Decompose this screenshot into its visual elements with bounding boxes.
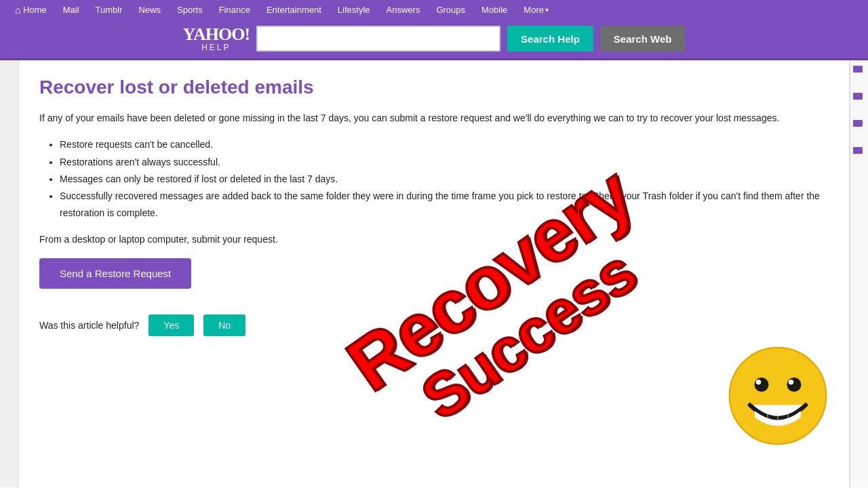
sidebar-link-4: [853, 147, 863, 154]
nav-item-tumblr[interactable]: Tumblr: [87, 2, 131, 18]
right-sidebar: [849, 60, 868, 487]
nav-item-groups[interactable]: Groups: [428, 2, 473, 18]
svg-point-2: [787, 378, 802, 392]
helpful-label: Was this article helpful?: [39, 320, 139, 331]
list-item: Restore requests can't be cancelled.: [60, 136, 829, 153]
site-header: YAHOO! HELP Search Help Search Web: [0, 19, 868, 60]
yahoo-logo: YAHOO! HELP: [183, 26, 250, 52]
nav-item-lifestyle[interactable]: Lifestyle: [330, 2, 378, 18]
restore-request-button[interactable]: Send a Restore Request: [39, 258, 191, 289]
left-bar: [0, 60, 19, 487]
svg-point-4: [789, 380, 794, 385]
intro-paragraph: If any of your emails have been deleted …: [39, 110, 829, 125]
page-title: Recover lost or deleted emails: [39, 77, 829, 98]
smiley-face: [727, 345, 829, 447]
from-desktop-text: From a desktop or laptop computer, submi…: [39, 234, 829, 245]
list-item: Messages can only be restored if lost or…: [60, 171, 829, 188]
nav-bar: Home Mail Tumblr News Sports Finance Ent…: [0, 0, 868, 19]
yes-button[interactable]: Yes: [149, 314, 194, 336]
svg-point-0: [730, 348, 827, 445]
bullet-list: Restore requests can't be cancelled. Res…: [39, 136, 829, 222]
nav-item-home[interactable]: Home: [7, 1, 55, 18]
list-item: Restorations aren't always successful.: [60, 154, 829, 171]
search-web-button[interactable]: Search Web: [600, 26, 686, 52]
no-button[interactable]: No: [203, 314, 245, 336]
nav-item-answers[interactable]: Answers: [378, 2, 429, 18]
sidebar-link-3: [853, 120, 863, 127]
main-wrapper: Recover lost or deleted emails If any of…: [0, 60, 868, 487]
nav-item-mail[interactable]: Mail: [55, 2, 87, 18]
list-item: Successfully recovered messages are adde…: [60, 188, 829, 222]
svg-point-1: [755, 378, 769, 392]
search-input[interactable]: [256, 26, 500, 52]
search-help-button[interactable]: Search Help: [507, 26, 593, 52]
nav-item-finance[interactable]: Finance: [211, 2, 258, 18]
nav-item-news[interactable]: News: [131, 2, 170, 18]
svg-point-3: [756, 380, 762, 385]
chevron-down-icon: ▾: [545, 6, 549, 14]
sidebar-link-1: [853, 66, 863, 73]
content-area: Recover lost or deleted emails If any of…: [19, 60, 849, 487]
nav-item-entertainment[interactable]: Entertainment: [258, 2, 330, 18]
sidebar-link-2: [853, 93, 863, 100]
nav-item-more[interactable]: More ▾: [515, 2, 557, 18]
nav-item-mobile[interactable]: Mobile: [473, 2, 515, 18]
helpful-row: Was this article helpful? Yes No: [39, 314, 829, 336]
nav-item-sports[interactable]: Sports: [169, 2, 211, 18]
